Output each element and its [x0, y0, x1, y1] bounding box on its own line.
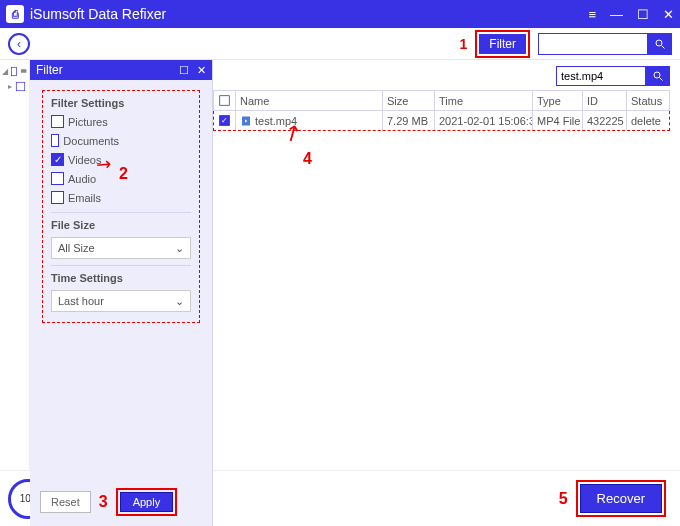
table-header: Name Size Time Type ID Status [213, 90, 670, 111]
col-type[interactable]: Type [533, 91, 583, 110]
col-size[interactable]: Size [383, 91, 435, 110]
minimize-icon[interactable]: — [610, 7, 623, 22]
results-area: Name Size Time Type ID Status test.mp4 7… [213, 60, 680, 526]
time-settings-label: Time Settings [51, 272, 191, 284]
file-size-label: File Size [51, 219, 191, 231]
filter-settings-label: Filter Settings [51, 97, 191, 109]
search-icon [654, 38, 666, 50]
tree-item[interactable]: ▸ [2, 80, 27, 93]
file-type: MP4 File [533, 111, 583, 130]
recover-button[interactable]: Recover [580, 484, 662, 513]
file-status: delete [627, 111, 669, 130]
filter-settings-highlight: Filter Settings Pictures Documents Video… [42, 90, 200, 323]
top-search-button[interactable] [648, 33, 672, 55]
svg-point-0 [656, 40, 662, 46]
checkbox-emails[interactable]: Emails [51, 191, 119, 204]
apply-button[interactable]: Apply [120, 492, 174, 512]
recover-button-highlight: Recover [576, 480, 666, 517]
app-logo-icon: ⎙ [6, 5, 24, 23]
video-file-icon [240, 115, 252, 127]
svg-point-3 [654, 72, 660, 78]
annotation-1: 1 [460, 36, 468, 52]
results-search-input[interactable] [556, 66, 646, 86]
app-title: iSumsoft Data Refixer [30, 6, 588, 22]
select-all-checkbox[interactable] [219, 95, 229, 105]
close-icon[interactable]: ✕ [663, 7, 674, 22]
filter-panel: Filter ☐ ✕ Filter Settings Pictures Docu… [30, 60, 213, 526]
results-search [556, 66, 670, 86]
panel-maximize-icon[interactable]: ☐ [179, 64, 189, 77]
annotation-4: 4 [303, 150, 312, 168]
results-search-button[interactable] [646, 66, 670, 86]
file-size: 7.29 MB [383, 111, 435, 130]
top-search [538, 33, 672, 55]
col-name[interactable]: Name [236, 91, 383, 110]
svg-rect-2 [21, 69, 26, 73]
filter-button[interactable]: Filter [479, 34, 526, 54]
col-time[interactable]: Time [435, 91, 533, 110]
col-status[interactable]: Status [627, 91, 669, 110]
filter-panel-titlebar: Filter ☐ ✕ [30, 60, 212, 80]
toolbar: ‹ 1 Filter [0, 28, 680, 60]
apply-button-highlight: Apply [116, 488, 178, 516]
annotation-2: 2 [119, 165, 128, 183]
svg-line-4 [660, 78, 663, 81]
panel-close-icon[interactable]: ✕ [197, 64, 206, 77]
device-tree: ◢ ▸ [0, 60, 30, 526]
back-button[interactable]: ‹ [8, 33, 30, 55]
annotation-5: 5 [559, 490, 568, 508]
file-size-select[interactable]: All Size⌄ [51, 237, 191, 259]
chevron-down-icon: ⌄ [175, 242, 184, 255]
drive-icon [20, 64, 27, 78]
top-search-input[interactable] [538, 33, 648, 55]
col-id[interactable]: ID [583, 91, 627, 110]
svg-line-1 [662, 45, 665, 48]
tree-item[interactable]: ◢ [2, 64, 27, 78]
chevron-down-icon: ⌄ [175, 295, 184, 308]
time-settings-select[interactable]: Last hour⌄ [51, 290, 191, 312]
menu-icon[interactable]: ≡ [588, 7, 596, 22]
maximize-icon[interactable]: ☐ [637, 7, 649, 22]
row-checkbox[interactable] [219, 115, 229, 125]
checkbox-documents[interactable]: Documents [51, 134, 119, 147]
annotation-3: 3 [99, 493, 108, 511]
search-icon [652, 70, 664, 82]
title-bar: ⎙ iSumsoft Data Refixer ≡ — ☐ ✕ [0, 0, 680, 28]
reset-button[interactable]: Reset [40, 491, 91, 513]
checkbox-pictures[interactable]: Pictures [51, 115, 119, 128]
filter-button-highlight: Filter [475, 30, 530, 58]
filter-panel-title: Filter [36, 63, 63, 77]
file-time: 2021-02-01 15:06:38 [435, 111, 533, 130]
file-id: 432225 [583, 111, 627, 130]
